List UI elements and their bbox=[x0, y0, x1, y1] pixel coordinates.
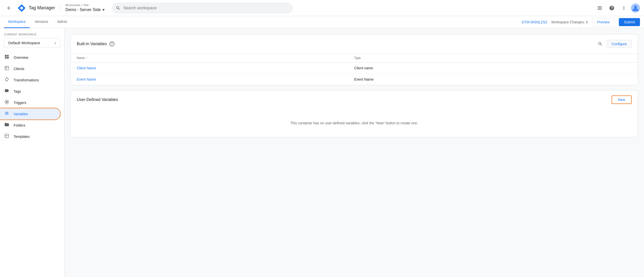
sidebar-item-label-tags: Tags bbox=[14, 89, 21, 93]
breadcrumb: All accounts > Test bbox=[65, 4, 105, 7]
sidebar-item-tags[interactable]: Tags bbox=[0, 86, 60, 97]
configure-button[interactable]: Configure bbox=[607, 40, 632, 48]
variable-type-event: Event Name bbox=[354, 77, 632, 81]
workspace-changes: Workspace Changes: 4 bbox=[551, 20, 588, 24]
sort-ascending-icon: ↑ bbox=[86, 56, 87, 60]
column-header-type: Type bbox=[354, 56, 632, 60]
column-type-label: Type bbox=[354, 56, 361, 60]
variable-name-client[interactable]: Client Name bbox=[77, 66, 354, 70]
sidebar-item-label-overview: Overview bbox=[14, 56, 28, 60]
tab-versions[interactable]: Versions bbox=[31, 16, 52, 28]
workspace-section: CURRENT WORKSPACE Default Workspace › bbox=[0, 32, 64, 52]
sidebar-item-variables[interactable]: Variables bbox=[0, 108, 60, 120]
transformations-icon bbox=[4, 77, 10, 83]
variable-type-client: Client name bbox=[354, 66, 632, 70]
built-in-variables-header: Built-In Variables ? Configure bbox=[71, 34, 638, 54]
table-row: Event Name Event Name bbox=[71, 74, 638, 85]
sidebar-item-label-clients: Clients bbox=[14, 67, 24, 71]
sidebar-item-folders[interactable]: Folders bbox=[0, 120, 60, 131]
overview-icon bbox=[4, 54, 10, 61]
column-header-name: Name ↑ bbox=[77, 56, 354, 60]
user-defined-variables-card: User-Defined Variables New This containe… bbox=[70, 90, 638, 137]
header-divider bbox=[60, 4, 60, 12]
workspace-name: Default Workspace bbox=[8, 41, 40, 45]
help-button[interactable] bbox=[607, 3, 617, 13]
sidebar-nav: Overview Clients Transformations bbox=[0, 52, 64, 273]
built-in-variables-help-icon[interactable]: ? bbox=[109, 41, 114, 46]
templates-icon bbox=[4, 133, 10, 140]
apps-icon bbox=[597, 5, 602, 11]
user-defined-variables-title: User-Defined Variables bbox=[77, 97, 118, 102]
variable-name-event[interactable]: Event Name bbox=[77, 77, 354, 81]
user-avatar-icon bbox=[631, 4, 640, 13]
account-path: All accounts > Test Demo - Server Side ▾ bbox=[65, 4, 105, 13]
app-name: Tag Manager bbox=[29, 5, 55, 11]
tags-icon bbox=[4, 88, 10, 94]
sidebar-item-clients[interactable]: Clients bbox=[0, 63, 60, 74]
apps-button[interactable] bbox=[595, 3, 605, 13]
table-row: Client Name Client name bbox=[71, 63, 638, 74]
search-icon bbox=[116, 6, 120, 11]
sidebar-item-templates[interactable]: Templates bbox=[0, 131, 60, 142]
user-defined-variables-header: User-Defined Variables New bbox=[71, 90, 638, 109]
nav-right: GTM-5K83LZS2 Workspace Changes: 4 Previe… bbox=[521, 18, 640, 26]
header-actions bbox=[595, 3, 640, 13]
svg-point-6 bbox=[6, 101, 8, 103]
sidebar: CURRENT WORKSPACE Default Workspace › Ov… bbox=[0, 28, 64, 277]
logo-area: Tag Manager bbox=[17, 4, 55, 13]
sidebar-item-label-templates: Templates bbox=[14, 135, 30, 139]
help-icon bbox=[609, 5, 615, 11]
back-arrow-icon bbox=[7, 6, 12, 11]
built-in-variables-table-header: Name ↑ Type bbox=[71, 54, 638, 63]
more-options-button[interactable] bbox=[619, 3, 629, 13]
tab-workspace[interactable]: Workspace bbox=[4, 16, 30, 28]
clients-icon bbox=[4, 66, 10, 72]
sidebar-item-transformations[interactable]: Transformations bbox=[0, 74, 60, 86]
empty-state-message: This container has no user-defined varia… bbox=[71, 109, 638, 137]
content-area: Built-In Variables ? Configure Name ↑ bbox=[64, 28, 644, 277]
empty-state-text: This container has no user-defined varia… bbox=[290, 121, 418, 125]
preview-button[interactable]: Preview bbox=[592, 18, 615, 26]
built-in-variables-title: Built-In Variables ? bbox=[77, 41, 114, 46]
gtm-id[interactable]: GTM-5K83LZS2 bbox=[521, 20, 547, 24]
chevron-down-icon: ▾ bbox=[102, 7, 105, 13]
variables-icon bbox=[4, 111, 10, 117]
triggers-icon bbox=[4, 99, 10, 106]
top-header: Tag Manager All accounts > Test Demo - S… bbox=[0, 0, 644, 16]
sidebar-item-label-transformations: Transformations bbox=[14, 78, 39, 82]
avatar[interactable] bbox=[631, 4, 640, 13]
search-icon bbox=[598, 41, 603, 46]
folders-icon bbox=[4, 122, 10, 128]
search-input[interactable] bbox=[124, 6, 289, 10]
submit-button[interactable]: Submit bbox=[619, 18, 640, 26]
tab-admin[interactable]: Admin bbox=[53, 16, 71, 28]
sidebar-item-label-variables: Variables bbox=[14, 112, 28, 116]
workspace-label: CURRENT WORKSPACE bbox=[4, 33, 60, 36]
tag-manager-logo bbox=[17, 4, 26, 13]
nav-tabs: Workspace Versions Admin GTM-5K83LZS2 Wo… bbox=[0, 16, 644, 28]
account-selector[interactable]: Demo - Server Side ▾ bbox=[65, 7, 105, 13]
sidebar-item-triggers[interactable]: Triggers bbox=[0, 97, 60, 108]
back-button[interactable] bbox=[4, 3, 14, 13]
sidebar-item-label-folders: Folders bbox=[14, 123, 25, 127]
column-name-label: Name bbox=[77, 56, 85, 60]
svg-rect-7 bbox=[5, 134, 9, 138]
sidebar-item-overview[interactable]: Overview bbox=[0, 52, 60, 63]
account-name: Demo - Server Side bbox=[65, 8, 101, 12]
sidebar-item-label-triggers: Triggers bbox=[14, 101, 26, 105]
workspace-chevron-icon: › bbox=[55, 41, 56, 45]
new-variable-button[interactable]: New bbox=[612, 95, 632, 104]
main-layout: CURRENT WORKSPACE Default Workspace › Ov… bbox=[0, 28, 644, 277]
built-in-variables-card: Built-In Variables ? Configure Name ↑ bbox=[70, 34, 638, 85]
built-in-variables-actions: Configure bbox=[596, 39, 632, 48]
workspace-selector[interactable]: Default Workspace › bbox=[4, 38, 60, 48]
built-in-variables-title-text: Built-In Variables bbox=[77, 42, 107, 46]
more-vert-icon bbox=[621, 5, 627, 11]
built-in-variables-search-button[interactable] bbox=[596, 39, 605, 48]
search-bar[interactable] bbox=[112, 3, 293, 14]
